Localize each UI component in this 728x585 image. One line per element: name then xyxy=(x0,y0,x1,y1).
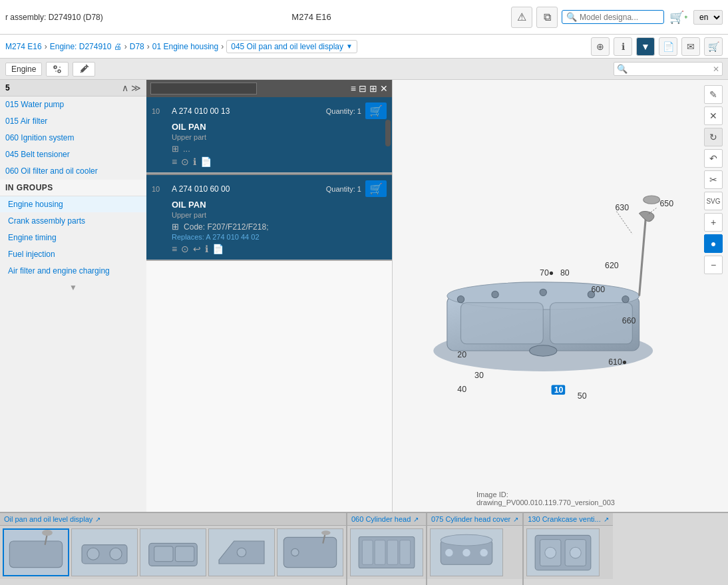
sidebar-scroll-down[interactable]: ▼ xyxy=(0,280,146,295)
cart-plus-icon[interactable]: 🛒+ xyxy=(668,7,689,28)
thumb-2[interactable] xyxy=(71,528,138,576)
sidebar-item-water-pump[interactable]: 015 Water pump xyxy=(0,97,146,113)
thumb-section-2-label: 060 Cylinder head ↗ xyxy=(347,513,426,526)
svg-icon[interactable]: SVG xyxy=(704,192,723,210)
svg-point-9 xyxy=(457,296,464,303)
zoom-in-icon[interactable]: ⊕ xyxy=(591,37,610,56)
thumb-4[interactable] xyxy=(208,528,275,576)
doc-detail-icon[interactable]: 📄 xyxy=(200,156,212,167)
thumb-crank-1-svg xyxy=(528,530,598,575)
parts-search-input[interactable] xyxy=(150,83,257,95)
svg-text:80: 80 xyxy=(560,268,570,278)
grid-icon[interactable]: ⊞ xyxy=(172,144,179,154)
toolbar-search-input[interactable] xyxy=(630,63,710,75)
copy-icon[interactable]: ⧉ xyxy=(536,7,558,28)
expand-view-icon[interactable]: ⊞ xyxy=(369,83,377,94)
gears-button[interactable] xyxy=(46,62,69,77)
part-2-replaces[interactable]: Replaces: A 274 010 44 02 xyxy=(172,233,387,241)
clear-search-icon[interactable]: ✕ xyxy=(710,63,722,75)
toolbar-search-icon: 🔍 xyxy=(614,63,630,75)
part-1-cart-button[interactable]: 🛒 xyxy=(365,102,387,119)
info-icon[interactable]: ℹ xyxy=(614,37,632,56)
sidebar-subitem-airfilter-charging[interactable]: Air filter and engine charging xyxy=(0,263,146,280)
sidebar-item-ignition[interactable]: 060 Ignition system xyxy=(0,130,146,146)
diagram-area: ✎ ✕ ↻ ↶ ✂ SVG + ● − xyxy=(393,80,728,512)
scissors-icon[interactable]: ✂ xyxy=(704,170,723,189)
thumb-section-2-link-icon[interactable]: ↗ xyxy=(413,516,419,523)
svg-point-35 xyxy=(87,548,99,560)
sidebar-item-belt[interactable]: 045 Belt tensioner xyxy=(0,146,146,163)
gears-icon xyxy=(52,64,63,75)
info-detail-icon[interactable]: ℹ xyxy=(193,156,196,167)
thumb-1-active[interactable] xyxy=(3,528,69,576)
svg-point-52 xyxy=(445,548,454,557)
thumb-section-3-title[interactable]: 075 Cylinder head cover xyxy=(431,515,510,523)
list-detail2-icon[interactable]: ≡ xyxy=(172,244,177,254)
thumb-crank-1[interactable] xyxy=(526,528,600,576)
collapse-icon[interactable]: ∧ xyxy=(122,83,128,93)
thumb-section-1-title[interactable]: Oil pan and oil level display xyxy=(4,515,92,523)
rotate-icon[interactable]: ↩ xyxy=(193,244,201,254)
search-input[interactable] xyxy=(580,13,659,22)
thumb-section-4-link-icon[interactable]: ↗ xyxy=(604,516,609,523)
chevron-down-icon: ▼ xyxy=(346,43,353,50)
info-detail2-icon[interactable]: ℹ xyxy=(205,244,208,254)
toolbar-search: 🔍 ✕ xyxy=(614,62,723,76)
breadcrumb-item-engine[interactable]: Engine: D274910 🖨 xyxy=(50,42,122,51)
doc-detail2-icon[interactable]: 📄 xyxy=(212,244,224,254)
part-2-cart-button[interactable]: 🛒 xyxy=(365,180,387,197)
edit-icon[interactable]: ✎ xyxy=(704,85,723,104)
thumb-5[interactable] xyxy=(277,528,343,576)
sidebar-item-air-filter[interactable]: 015 Air filter xyxy=(0,113,146,130)
close-diagram-icon[interactable]: ✕ xyxy=(704,106,723,125)
lang-selector[interactable]: en de fr xyxy=(693,10,723,25)
code-info-label: Code: F207/F212/F218; xyxy=(184,222,268,232)
engine-button[interactable]: Engine xyxy=(5,63,42,76)
thumb-cyl-1[interactable] xyxy=(350,528,423,576)
rotate-3d-icon[interactable]: ↻ xyxy=(704,128,723,146)
history-icon[interactable]: ↶ xyxy=(704,149,723,168)
breadcrumb-item-d78[interactable]: D78 xyxy=(130,42,144,51)
cart-icon[interactable]: 🛒 xyxy=(704,37,723,56)
sidebar-subitem-label: Engine timing xyxy=(8,233,57,242)
svg-rect-38 xyxy=(154,546,173,562)
sidebar-subitem-crank[interactable]: Crank assembly parts xyxy=(0,213,146,230)
wrench-button[interactable] xyxy=(73,62,95,77)
key2-icon[interactable]: ⊙ xyxy=(181,244,189,254)
expand-icon[interactable]: ≫ xyxy=(131,83,141,93)
sidebar-item-label: 015 Water pump xyxy=(5,100,64,109)
sidebar-item-oil-filter[interactable]: 060 Oil filter and oil cooler xyxy=(0,163,146,180)
svg-rect-39 xyxy=(175,546,194,562)
sidebar-section-in-groups: in groups xyxy=(0,180,146,196)
thumb-section-1-link-icon[interactable]: ↗ xyxy=(95,516,100,523)
search-box: 🔍 xyxy=(562,10,664,24)
close-parts-icon[interactable]: ✕ xyxy=(380,83,388,94)
main-container: 5 ∧ ≫ 015 Water pump 015 Air filter 060 … xyxy=(0,80,728,512)
mail-icon[interactable]: ✉ xyxy=(681,37,700,56)
thumb-section-2-title[interactable]: 060 Cylinder head xyxy=(351,515,411,523)
split-view-icon[interactable]: ⊟ xyxy=(359,83,367,94)
sidebar-subitem-timing[interactable]: Engine timing xyxy=(0,230,146,246)
breadcrumb-item-engine-housing[interactable]: 01 Engine housing xyxy=(152,42,218,51)
thumb-section-3-link-icon[interactable]: ↗ xyxy=(513,516,518,523)
sidebar-subitem-fuel[interactable]: Fuel injection xyxy=(0,246,146,263)
breadcrumb-item-m274[interactable]: M274 E16 xyxy=(5,42,42,51)
filter-icon[interactable]: ▼ xyxy=(636,37,655,56)
sidebar-item-label: 015 Air filter xyxy=(5,116,47,126)
breadcrumb-dropdown-045[interactable]: 045 Oil pan and oil level display ▼ xyxy=(226,40,357,53)
part-1-icons: ⊞ ... xyxy=(172,144,387,154)
doc-icon[interactable]: 📄 xyxy=(659,37,677,56)
list-detail-icon[interactable]: ≡ xyxy=(172,156,177,167)
thumb-1-svg xyxy=(4,530,68,575)
zoom-in-diag-icon[interactable]: + xyxy=(704,213,723,232)
thumb-cover-1[interactable] xyxy=(430,528,503,576)
sidebar-subitem-engine-housing[interactable]: Engine housing xyxy=(0,196,146,213)
key-icon[interactable]: ⊙ xyxy=(181,156,189,167)
parts-scrollbar[interactable] xyxy=(385,120,391,146)
thumb-section-4-title[interactable]: 130 Crankcase venti... xyxy=(528,515,600,523)
zoom-out-icon[interactable]: − xyxy=(704,256,723,274)
warning-icon[interactable]: ⚠ xyxy=(511,7,532,28)
list-view-icon[interactable]: ≡ xyxy=(351,83,356,94)
thumb-3[interactable] xyxy=(140,528,206,576)
svg-point-1 xyxy=(58,70,61,73)
